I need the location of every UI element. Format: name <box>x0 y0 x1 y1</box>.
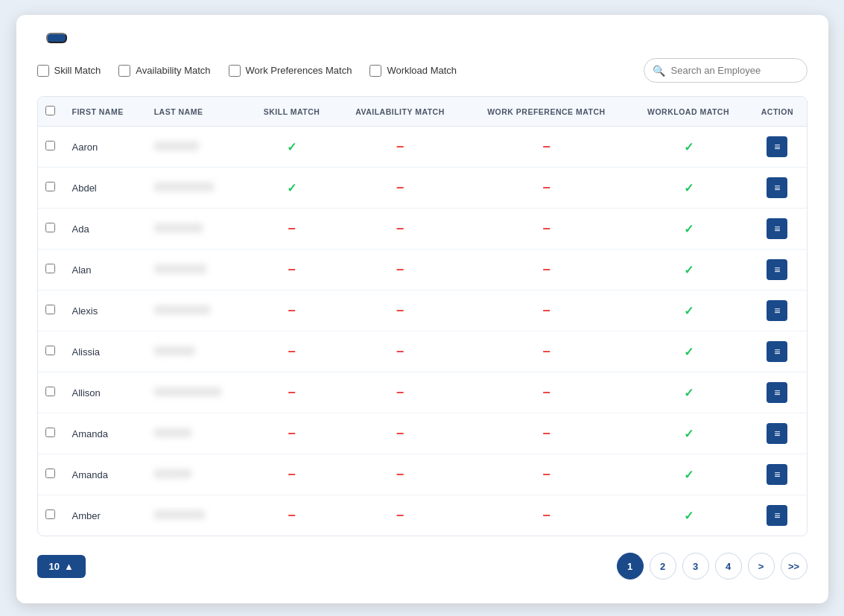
cell-availability-match: − <box>336 209 464 250</box>
cell-work-pref-match: − <box>464 495 628 536</box>
row-checkbox-9[interactable] <box>45 509 55 519</box>
detail-button-4[interactable]: ≡ <box>767 300 787 321</box>
cell-action: ≡ <box>748 454 806 495</box>
detail-button-0[interactable]: ≡ <box>767 136 787 157</box>
cell-last-name <box>147 168 248 209</box>
skill-match-checkbox[interactable] <box>37 65 49 77</box>
cell-action: ≡ <box>748 127 806 168</box>
check-icon: ✓ <box>287 182 296 194</box>
per-page-value: 10 <box>49 561 60 572</box>
dash-icon: − <box>396 508 404 523</box>
search-input[interactable] <box>644 58 807 83</box>
assign-schedule-modal: Skill Match Availability Match Work Pref… <box>16 15 828 603</box>
row-checkbox-1[interactable] <box>45 182 55 191</box>
cell-availability-match: − <box>336 413 464 454</box>
cell-skill-match: ✓ <box>248 127 336 168</box>
dash-icon: − <box>288 262 296 277</box>
cell-action: ≡ <box>748 495 806 536</box>
detail-button-8[interactable]: ≡ <box>767 464 787 485</box>
dash-icon: − <box>288 344 296 359</box>
work-pref-match-label: Work Preferences Match <box>246 65 352 76</box>
dash-icon: − <box>396 262 404 277</box>
shift-info-button[interactable] <box>46 33 67 43</box>
page-button-1[interactable]: 1 <box>617 553 644 580</box>
page-button-4[interactable]: 4 <box>715 553 742 580</box>
cell-availability-match: − <box>336 168 464 209</box>
select-all-checkbox[interactable] <box>45 106 55 115</box>
page-button-3[interactable]: 3 <box>682 553 709 580</box>
pagination: 1 2 3 4 > >> <box>617 553 807 580</box>
dash-icon: − <box>396 139 404 154</box>
dash-icon: − <box>396 221 404 236</box>
cell-work-pref-match: − <box>464 413 628 454</box>
search-wrapper: 🔍 <box>644 58 807 83</box>
workload-match-checkbox[interactable] <box>369 65 381 77</box>
row-checkbox-4[interactable] <box>45 305 55 314</box>
cell-action: ≡ <box>748 250 806 290</box>
detail-button-7[interactable]: ≡ <box>767 423 787 444</box>
row-checkbox-7[interactable] <box>45 428 55 437</box>
page-button-next[interactable]: > <box>748 553 775 580</box>
cell-workload-match: ✓ <box>629 413 749 454</box>
dash-icon: − <box>542 139 550 154</box>
detail-button-1[interactable]: ≡ <box>767 177 787 198</box>
dash-icon: − <box>288 303 296 318</box>
detail-button-9[interactable]: ≡ <box>767 505 787 526</box>
cell-workload-match: ✓ <box>629 495 749 536</box>
cell-work-pref-match: − <box>464 372 628 413</box>
row-checkbox-2[interactable] <box>45 223 55 232</box>
modal-header <box>37 33 807 43</box>
row-checkbox-8[interactable] <box>45 469 55 478</box>
check-icon: ✓ <box>684 387 694 399</box>
detail-button-6[interactable]: ≡ <box>767 382 787 403</box>
cell-first-name: Ada <box>65 209 147 250</box>
cell-first-name: Allison <box>65 372 147 413</box>
check-icon: ✓ <box>287 141 296 153</box>
detail-button-3[interactable]: ≡ <box>767 259 787 280</box>
th-workload-match: WORKLOAD MATCH <box>629 97 749 127</box>
check-icon: ✓ <box>684 346 694 358</box>
cell-availability-match: − <box>336 290 464 331</box>
row-checkbox-3[interactable] <box>45 264 55 273</box>
filter-availability-match[interactable]: Availability Match <box>118 65 210 77</box>
dash-icon: − <box>542 467 550 482</box>
row-checkbox-5[interactable] <box>45 346 55 355</box>
th-work-pref-match: WORK PREFERENCE MATCH <box>464 97 628 127</box>
row-checkbox-0[interactable] <box>45 141 55 150</box>
filter-work-pref-match[interactable]: Work Preferences Match <box>229 65 352 77</box>
cell-workload-match: ✓ <box>629 127 749 168</box>
work-pref-match-checkbox[interactable] <box>229 65 241 77</box>
page-button-last[interactable]: >> <box>781 553 807 580</box>
cell-first-name: Amanda <box>65 454 147 495</box>
availability-match-checkbox[interactable] <box>118 65 130 77</box>
cell-first-name: Amber <box>65 495 147 536</box>
table-row: Allison−−−✓≡ <box>38 372 807 413</box>
dash-icon: − <box>396 344 404 359</box>
dash-icon: − <box>542 344 550 359</box>
cell-skill-match: ✓ <box>248 168 336 209</box>
page-button-2[interactable]: 2 <box>650 553 676 580</box>
cell-availability-match: − <box>336 250 464 290</box>
filter-skill-match[interactable]: Skill Match <box>37 65 101 77</box>
detail-button-2[interactable]: ≡ <box>767 218 787 239</box>
detail-button-5[interactable]: ≡ <box>767 341 787 362</box>
cell-work-pref-match: − <box>464 290 628 331</box>
cell-workload-match: ✓ <box>629 209 749 250</box>
per-page-button[interactable]: 10 ▲ <box>37 555 86 578</box>
cell-last-name <box>147 209 248 250</box>
cell-workload-match: ✓ <box>629 250 749 290</box>
cell-workload-match: ✓ <box>629 168 749 209</box>
check-icon: ✓ <box>684 223 694 235</box>
cell-last-name <box>147 290 248 331</box>
check-icon: ✓ <box>684 305 694 317</box>
check-icon: ✓ <box>684 469 694 481</box>
row-checkbox-6[interactable] <box>45 387 55 396</box>
dash-icon: − <box>288 467 296 482</box>
dash-icon: − <box>288 508 296 523</box>
cell-workload-match: ✓ <box>629 290 749 331</box>
dash-icon: − <box>396 385 404 400</box>
cell-last-name <box>147 250 248 290</box>
cell-first-name: Abdel <box>65 168 147 209</box>
cell-skill-match: − <box>248 372 336 413</box>
filter-workload-match[interactable]: Workload Match <box>369 65 457 77</box>
